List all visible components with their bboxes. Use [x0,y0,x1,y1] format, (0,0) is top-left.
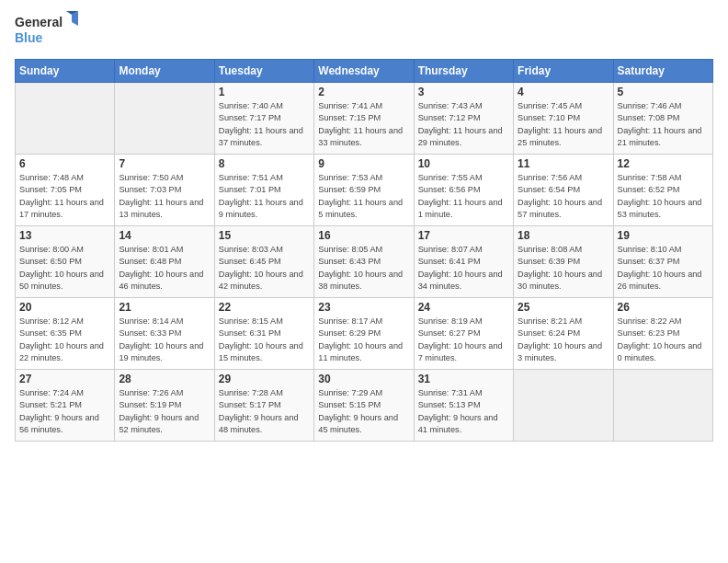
calendar-cell: 4Sunrise: 7:45 AM Sunset: 7:10 PM Daylig… [514,83,613,155]
weekday-header-thursday: Thursday [414,60,513,83]
week-row-4: 20Sunrise: 8:12 AM Sunset: 6:35 PM Dayli… [16,298,713,370]
calendar-cell: 14Sunrise: 8:01 AM Sunset: 6:48 PM Dayli… [115,226,214,298]
day-info: Sunrise: 7:26 AM Sunset: 5:19 PM Dayligh… [119,387,210,436]
week-row-5: 27Sunrise: 7:24 AM Sunset: 5:21 PM Dayli… [16,370,713,442]
calendar-cell: 2Sunrise: 7:41 AM Sunset: 7:15 PM Daylig… [314,83,414,155]
day-info: Sunrise: 7:50 AM Sunset: 7:03 PM Dayligh… [119,172,210,221]
calendar-cell: 24Sunrise: 8:19 AM Sunset: 6:27 PM Dayli… [414,298,513,370]
week-row-1: 1Sunrise: 7:40 AM Sunset: 7:17 PM Daylig… [16,83,713,155]
day-number: 28 [119,373,210,385]
day-number: 31 [418,373,509,385]
calendar-cell: 25Sunrise: 8:21 AM Sunset: 6:24 PM Dayli… [514,298,613,370]
day-number: 1 [219,86,310,98]
calendar-cell: 8Sunrise: 7:51 AM Sunset: 7:01 PM Daylig… [214,155,313,226]
calendar-cell: 19Sunrise: 8:10 AM Sunset: 6:37 PM Dayli… [613,226,712,298]
day-number: 16 [318,229,409,242]
calendar-cell: 7Sunrise: 7:50 AM Sunset: 7:03 PM Daylig… [115,155,214,226]
day-number: 17 [418,229,509,242]
day-info: Sunrise: 8:10 AM Sunset: 6:37 PM Dayligh… [618,244,709,293]
day-number: 19 [618,229,709,242]
day-number: 12 [618,157,709,170]
day-info: Sunrise: 7:51 AM Sunset: 7:01 PM Dayligh… [219,172,310,221]
day-info: Sunrise: 8:05 AM Sunset: 6:43 PM Dayligh… [318,244,409,293]
calendar-cell: 5Sunrise: 7:46 AM Sunset: 7:08 PM Daylig… [613,83,712,155]
day-info: Sunrise: 8:03 AM Sunset: 6:45 PM Dayligh… [219,244,310,293]
calendar-cell: 13Sunrise: 8:00 AM Sunset: 6:50 PM Dayli… [16,226,115,298]
day-info: Sunrise: 7:28 AM Sunset: 5:17 PM Dayligh… [219,387,310,436]
day-info: Sunrise: 8:14 AM Sunset: 6:33 PM Dayligh… [119,316,210,364]
calendar-cell: 26Sunrise: 8:22 AM Sunset: 6:23 PM Dayli… [613,298,712,370]
day-info: Sunrise: 8:17 AM Sunset: 6:29 PM Dayligh… [318,316,409,364]
logo: General Blue [15,11,79,53]
day-number: 14 [119,229,210,242]
calendar-cell [514,370,613,442]
calendar-cell: 11Sunrise: 7:56 AM Sunset: 6:54 PM Dayli… [514,155,613,226]
weekday-header-monday: Monday [115,60,214,83]
day-info: Sunrise: 8:15 AM Sunset: 6:31 PM Dayligh… [219,316,310,364]
day-info: Sunrise: 8:22 AM Sunset: 6:23 PM Dayligh… [618,316,709,364]
page: General Blue SundayMondayTuesdayWednesda… [0,0,728,563]
calendar-cell: 15Sunrise: 8:03 AM Sunset: 6:45 PM Dayli… [214,226,313,298]
calendar-cell: 6Sunrise: 7:48 AM Sunset: 7:05 PM Daylig… [16,155,115,226]
calendar-cell: 29Sunrise: 7:28 AM Sunset: 5:17 PM Dayli… [214,370,313,442]
day-number: 15 [219,229,310,242]
day-info: Sunrise: 7:46 AM Sunset: 7:08 PM Dayligh… [618,100,709,149]
day-info: Sunrise: 7:56 AM Sunset: 6:54 PM Dayligh… [518,172,609,221]
day-info: Sunrise: 7:41 AM Sunset: 7:15 PM Dayligh… [318,100,409,149]
day-number: 22 [219,301,310,314]
day-info: Sunrise: 7:58 AM Sunset: 6:52 PM Dayligh… [618,172,709,221]
calendar-cell: 17Sunrise: 8:07 AM Sunset: 6:41 PM Dayli… [414,226,513,298]
day-number: 8 [219,157,310,170]
day-number: 29 [219,373,310,385]
calendar-table: SundayMondayTuesdayWednesdayThursdayFrid… [15,59,713,442]
calendar-cell: 30Sunrise: 7:29 AM Sunset: 5:15 PM Dayli… [314,370,414,442]
weekday-header-friday: Friday [514,60,613,83]
day-number: 26 [618,301,709,314]
header: General Blue [15,11,713,53]
day-number: 24 [418,301,509,314]
calendar-cell: 28Sunrise: 7:26 AM Sunset: 5:19 PM Dayli… [115,370,214,442]
weekday-header-wednesday: Wednesday [314,60,414,83]
calendar-cell: 31Sunrise: 7:31 AM Sunset: 5:13 PM Dayli… [414,370,513,442]
week-row-2: 6Sunrise: 7:48 AM Sunset: 7:05 PM Daylig… [16,155,713,226]
day-number: 30 [318,373,409,385]
svg-text:Blue: Blue [15,30,43,45]
day-number: 21 [119,301,210,314]
calendar-cell: 21Sunrise: 8:14 AM Sunset: 6:33 PM Dayli… [115,298,214,370]
calendar-cell: 10Sunrise: 7:55 AM Sunset: 6:56 PM Dayli… [414,155,513,226]
day-number: 6 [19,157,110,170]
weekday-header-row: SundayMondayTuesdayWednesdayThursdayFrid… [16,60,713,83]
calendar-cell: 22Sunrise: 8:15 AM Sunset: 6:31 PM Dayli… [214,298,313,370]
day-number: 13 [19,229,110,242]
day-number: 23 [318,301,409,314]
day-info: Sunrise: 7:29 AM Sunset: 5:15 PM Dayligh… [318,387,409,436]
day-number: 20 [19,301,110,314]
logo-svg: General Blue [15,11,79,53]
weekday-header-saturday: Saturday [613,60,712,83]
day-number: 10 [418,157,509,170]
calendar-cell: 20Sunrise: 8:12 AM Sunset: 6:35 PM Dayli… [16,298,115,370]
day-info: Sunrise: 7:48 AM Sunset: 7:05 PM Dayligh… [19,172,110,221]
calendar-cell: 3Sunrise: 7:43 AM Sunset: 7:12 PM Daylig… [414,83,513,155]
calendar-cell [16,83,115,155]
calendar-cell: 1Sunrise: 7:40 AM Sunset: 7:17 PM Daylig… [214,83,313,155]
day-info: Sunrise: 8:07 AM Sunset: 6:41 PM Dayligh… [418,244,509,293]
calendar-cell: 12Sunrise: 7:58 AM Sunset: 6:52 PM Dayli… [613,155,712,226]
calendar-cell [613,370,712,442]
day-number: 9 [318,157,409,170]
day-info: Sunrise: 8:01 AM Sunset: 6:48 PM Dayligh… [119,244,210,293]
calendar-cell: 27Sunrise: 7:24 AM Sunset: 5:21 PM Dayli… [16,370,115,442]
weekday-header-tuesday: Tuesday [214,60,313,83]
day-info: Sunrise: 7:24 AM Sunset: 5:21 PM Dayligh… [19,387,110,436]
week-row-3: 13Sunrise: 8:00 AM Sunset: 6:50 PM Dayli… [16,226,713,298]
day-number: 18 [518,229,609,242]
day-info: Sunrise: 7:45 AM Sunset: 7:10 PM Dayligh… [518,100,609,149]
day-number: 7 [119,157,210,170]
calendar-cell: 16Sunrise: 8:05 AM Sunset: 6:43 PM Dayli… [314,226,414,298]
day-info: Sunrise: 7:40 AM Sunset: 7:17 PM Dayligh… [219,100,310,149]
calendar-cell: 18Sunrise: 8:08 AM Sunset: 6:39 PM Dayli… [514,226,613,298]
day-number: 4 [518,86,609,98]
day-number: 11 [518,157,609,170]
day-info: Sunrise: 8:12 AM Sunset: 6:35 PM Dayligh… [19,316,110,364]
weekday-header-sunday: Sunday [16,60,115,83]
